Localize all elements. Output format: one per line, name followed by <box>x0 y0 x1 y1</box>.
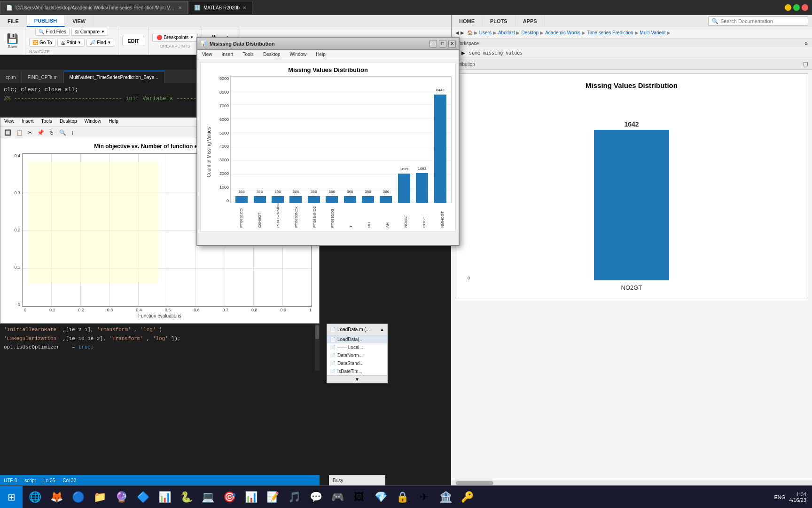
opt-menu-desktop[interactable]: Desktop <box>56 118 81 127</box>
code-tab-1[interactable]: cp.m <box>0 71 22 83</box>
tab-view[interactable]: VIEW <box>65 15 94 27</box>
opt-tb-4[interactable]: 📌 <box>35 128 46 137</box>
workspace-settings[interactable]: ⚙ <box>804 41 808 46</box>
breakpoints-button[interactable]: 🔴 Breakpoints ▼ <box>152 33 198 42</box>
fig-menu-window[interactable]: Window <box>285 50 312 59</box>
taskbar-app8[interactable]: 🐍 <box>176 487 196 508</box>
print-button[interactable]: 🖨 Print ▼ <box>57 39 85 47</box>
compare-dropdown-icon[interactable]: ▼ <box>101 30 105 34</box>
taskbar-word[interactable]: 📝 <box>262 487 283 508</box>
taskbar-app18[interactable]: 🔒 <box>392 487 413 508</box>
taskbar-app21[interactable]: 🔑 <box>457 487 477 508</box>
bp-dropdown-icon[interactable]: ▼ <box>190 35 194 40</box>
taskbar-explorer[interactable]: 📁 <box>89 487 110 508</box>
fig-menu-tools[interactable]: Tools <box>238 50 258 59</box>
tab-1[interactable]: 📄 C:/Users/Abolfazl/Desktop/Academic Wor… <box>0 1 188 14</box>
edit-button[interactable]: EDIT <box>122 36 144 46</box>
opt-menu-tools[interactable]: Tools <box>38 118 56 127</box>
search-docs-input[interactable] <box>720 18 805 24</box>
fig-menu-desktop[interactable]: Desktop <box>258 50 285 59</box>
bc-academic[interactable]: Academic Works <box>545 30 580 35</box>
minimize-button[interactable]: — <box>785 4 791 11</box>
opt-tb-3[interactable]: ✂ <box>26 128 34 137</box>
code-tab-3-active[interactable]: MultiVarient_TimeSeriesPrediction_Baye..… <box>64 71 164 83</box>
tab-apps[interactable]: APPS <box>515 16 545 26</box>
dropdown-item-4[interactable]: 📄 DataStand... <box>327 359 387 367</box>
opt-menu-insert[interactable]: Insert <box>18 118 38 127</box>
dropdown-item-1[interactable]: 📄 LoadData(.. <box>327 335 387 343</box>
taskbar-chrome[interactable]: 🔵 <box>68 487 88 508</box>
taskbar-discord[interactable]: 💬 <box>305 487 326 508</box>
goto-button[interactable]: 🔀 Go To <box>29 39 55 47</box>
fig-menu-insert[interactable]: Insert <box>217 50 238 59</box>
dropdown-scroll-up[interactable]: ▲ <box>380 327 384 332</box>
opt-menu-window[interactable]: Window <box>81 118 105 127</box>
find-dropdown-icon[interactable]: ▼ <box>107 40 111 45</box>
maximize-button[interactable]: □ <box>793 4 800 11</box>
taskbar-app17[interactable]: 💎 <box>370 487 391 508</box>
browser-topbar: 📄 C:/Users/Abolfazl/Desktop/Academic Wor… <box>0 0 812 15</box>
save-button[interactable]: 💾 Save <box>4 31 21 51</box>
dropdown-item-2[interactable]: 📄 ------ Local... <box>327 343 387 351</box>
tab-publish[interactable]: PUBLISH <box>27 15 65 27</box>
find-button[interactable]: 🔎 Find ▼ <box>86 39 114 47</box>
opt-menu-view[interactable]: View <box>0 118 18 127</box>
ytick-9000: 9000 <box>219 76 229 81</box>
dropdown-scroll-down-row[interactable]: ▼ <box>327 375 387 383</box>
cmd-scrollbar-thumb[interactable] <box>315 325 319 339</box>
search-docs-container[interactable]: 🔍 <box>708 16 808 26</box>
figure-maximize[interactable]: □ <box>439 40 446 48</box>
taskbar-app20[interactable]: 🏦 <box>435 487 456 508</box>
dropdown-scroll-down[interactable]: ▼ <box>355 377 359 382</box>
right-forward[interactable]: ▶ <box>461 50 465 56</box>
bc-abolfazl[interactable]: Abolfazl <box>498 30 515 35</box>
taskbar-app7[interactable]: 📊 <box>154 487 175 508</box>
right-header-checkbox[interactable]: ☐ <box>803 61 808 68</box>
bc-timeseries[interactable]: Time series Prediction <box>587 30 633 35</box>
code-tab-2[interactable]: FIND_CPTs.m <box>22 71 64 83</box>
opt-tb-5[interactable]: 🖱 <box>47 128 56 137</box>
bc-users[interactable]: Users <box>479 30 492 35</box>
right-hscrollbar[interactable] <box>451 480 812 485</box>
opt-y-axis: 0.4 0.3 0.2 0.1 0 <box>8 153 22 307</box>
print-dropdown-icon[interactable]: ▼ <box>78 40 81 45</box>
opt-menu-help[interactable]: Help <box>105 118 122 127</box>
opt-tb-2[interactable]: 📋 <box>14 128 25 137</box>
taskbar-app5[interactable]: 🔮 <box>111 487 132 508</box>
taskbar-app10[interactable]: 🎯 <box>219 487 240 508</box>
dropdown-item-5[interactable]: 📄 isDateTim... <box>327 367 387 375</box>
opt-tb-7[interactable]: ↕ <box>69 128 76 137</box>
taskbar-firefox[interactable]: 🦊 <box>46 487 67 508</box>
tab1-close[interactable]: ✕ <box>178 5 182 10</box>
tab2-close[interactable]: ✕ <box>242 5 246 10</box>
bc-multivarient[interactable]: Multi Varient <box>640 30 666 35</box>
tab-plots[interactable]: PLOTS <box>483 16 515 26</box>
find-files-button[interactable]: 🔍 Find Files <box>35 28 69 36</box>
figure-close[interactable]: ✕ <box>448 40 456 48</box>
fig-menu-help[interactable]: Help <box>311 50 330 59</box>
taskbar-ppt[interactable]: 📊 <box>241 487 261 508</box>
tab-home[interactable]: HOME <box>452 16 483 26</box>
opt-tb-1[interactable]: 🔲 <box>2 128 13 137</box>
taskbar-telegram[interactable]: ✈ <box>414 487 434 508</box>
fig-menu-view[interactable]: View <box>197 50 217 59</box>
close-button[interactable]: ✕ <box>802 4 808 11</box>
taskbar-app6[interactable]: 🔷 <box>133 487 153 508</box>
cmd-scrollbar[interactable] <box>315 324 320 371</box>
right-hscrollbar-thumb[interactable] <box>456 481 493 485</box>
taskbar-spotify[interactable]: 🎵 <box>284 487 304 508</box>
taskbar-vscode[interactable]: 💻 <box>197 487 218 508</box>
compare-button[interactable]: ⚖ Compare ▼ <box>71 28 108 36</box>
tab-file[interactable]: FILE <box>0 15 27 27</box>
taskbar-edge[interactable]: 🌐 <box>24 487 45 508</box>
tab-2[interactable]: 🔢 MATLAB R2020b ✕ <box>188 1 252 14</box>
taskbar-photoshop[interactable]: 🖼 <box>349 487 369 508</box>
xlabel-11: COGT <box>422 204 426 228</box>
opt-tb-6[interactable]: 🔍 <box>57 128 68 137</box>
dropdown-item-3[interactable]: 📄 DataNorm... <box>327 351 387 359</box>
taskbar-app15[interactable]: 🎮 <box>327 487 348 508</box>
xlabel-4: PT08S3NOx <box>294 204 298 228</box>
bc-desktop[interactable]: Desktop <box>521 30 539 35</box>
figure-minimize[interactable]: — <box>429 40 437 48</box>
start-button[interactable]: ⊞ <box>0 486 23 508</box>
